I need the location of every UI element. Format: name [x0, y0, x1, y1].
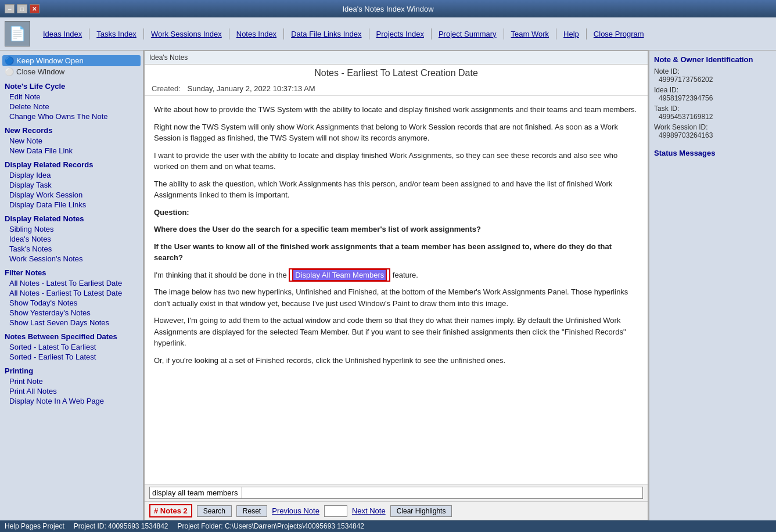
close-program-link[interactable]: Close Program: [587, 28, 651, 39]
notes-created-date: Created: Sunday, January 2, 2022 10:37:1…: [145, 82, 648, 96]
show-todays-notes-link[interactable]: Show Today's Notes: [2, 298, 141, 308]
next-note-label: Next Note: [352, 506, 386, 515]
edit-note-link[interactable]: Edit Note: [2, 92, 141, 102]
printing-title: Printing: [5, 366, 138, 375]
notes-section-title: Notes - Earliest To Latest Creation Date: [145, 64, 648, 82]
tasks-notes-link[interactable]: Task's Notes: [2, 244, 141, 254]
idea-id-field: Idea ID: 49581972394756: [654, 86, 771, 102]
notes-count-label: # Notes: [154, 506, 181, 515]
radio-indicator-open: 🔵: [5, 56, 14, 65]
notes-count-value: 2: [184, 506, 188, 515]
team-work-link[interactable]: Team Work: [504, 28, 557, 39]
sibling-notes-link[interactable]: Sibling Notes: [2, 224, 141, 234]
idea-id-label: Idea ID:: [654, 86, 678, 94]
filter-notes-title: Filter Notes: [5, 268, 138, 277]
work-session-notes-link[interactable]: Work Session's Notes: [2, 254, 141, 264]
note-nav-input[interactable]: [324, 505, 347, 517]
display-idea-link[interactable]: Display Idea: [2, 170, 141, 180]
ideas-notes-link[interactable]: Idea's Notes: [2, 234, 141, 244]
ideas-index-link[interactable]: Ideas Index: [36, 28, 89, 39]
sidebar: 🔵 Keep Window Open ⚪ Close Window Note's…: [0, 51, 144, 520]
print-all-notes-link[interactable]: Print All Notes: [2, 386, 141, 396]
menu-navigation: Ideas Index Tasks Index Work Sessions In…: [36, 28, 651, 39]
display-note-web-link[interactable]: Display Note In A Web Page: [2, 396, 141, 406]
para-2: Right now the TWS System will only show …: [154, 121, 638, 144]
main-window: 📄 Ideas Index Tasks Index Work Sessions …: [0, 17, 776, 532]
new-data-file-link[interactable]: New Data File Link: [2, 146, 141, 156]
restore-button[interactable]: □: [17, 4, 27, 13]
main-content: Idea's Notes Notes - Earliest To Latest …: [144, 51, 648, 520]
close-window-button[interactable]: ✕: [30, 4, 39, 13]
show-last-seven-days-link[interactable]: Show Last Seven Days Notes: [2, 318, 141, 328]
show-yesterdays-notes-link[interactable]: Show Yesterday's Notes: [2, 308, 141, 318]
idea-id-value: 49581972394756: [654, 94, 771, 102]
help-link[interactable]: Help: [556, 28, 587, 39]
new-note-link[interactable]: New Note: [2, 136, 141, 146]
clear-highlights-button[interactable]: Clear Highlights: [390, 505, 452, 517]
keep-open-label: Keep Window Open: [16, 56, 84, 65]
question-text-2: If the User wants to know all of the fin…: [154, 242, 612, 263]
reset-button[interactable]: Reset: [236, 505, 267, 517]
radio-indicator-close: ⚪: [5, 67, 14, 76]
notes-section-header: Idea's Notes: [145, 51, 648, 64]
identification-title: Note & Owner Identification: [654, 55, 771, 64]
all-notes-latest-link[interactable]: All Notes - Latest To Earliest Date: [2, 278, 141, 288]
projects-index-link[interactable]: Projects Index: [369, 28, 432, 39]
title-bar: – □ ✕ Idea's Notes Index Window: [0, 0, 776, 17]
display-data-file-links-link[interactable]: Display Data File Links: [2, 200, 141, 210]
question-header: Question:: [154, 207, 638, 218]
print-note-link[interactable]: Print Note: [2, 376, 141, 386]
menu-bar: 📄 Ideas Index Tasks Index Work Sessions …: [0, 17, 776, 51]
question-bold-2: If the User wants to know all of the fin…: [154, 241, 638, 264]
all-notes-earliest-link[interactable]: All Notes - Earliest To Latest Date: [2, 288, 141, 298]
notes-count-badge: # Notes 2: [149, 504, 192, 517]
highlight-post-text: feature.: [390, 271, 418, 279]
note-id-label: Note ID:: [654, 67, 680, 76]
search-input[interactable]: [149, 487, 242, 499]
content-area: 🔵 Keep Window Open ⚪ Close Window Note's…: [0, 51, 776, 520]
new-records-title: New Records: [5, 126, 138, 135]
highlight-pre-text: I'm thinking that it should be done in t…: [154, 271, 289, 279]
close-window-radio[interactable]: ⚪ Close Window: [2, 66, 141, 77]
question-bold-1: Where does the User do the search for a …: [154, 224, 638, 235]
notes-body[interactable]: Write about how to provide the TWS Syste…: [145, 99, 648, 484]
delete-note-link[interactable]: Delete Note: [2, 102, 141, 112]
notes-lifecycle-title: Note's Life Cycle: [5, 82, 138, 91]
para-or: Or, if you're looking at a set of Finish…: [154, 355, 638, 366]
highlight-box: Display All Team Members: [289, 268, 390, 282]
display-related-notes-title: Display Related Notes: [5, 214, 138, 223]
sorted-earliest-latest-link[interactable]: Sorted - Earliest To Latest: [2, 352, 141, 362]
para-image: The image below has two new hyperlinks, …: [154, 286, 638, 309]
window-mode-group: 🔵 Keep Window Open ⚪ Close Window: [2, 55, 141, 77]
previous-note-label: Previous Note: [272, 506, 319, 515]
search-bar: [145, 484, 648, 501]
notes-index-link[interactable]: Notes Index: [229, 28, 284, 39]
minimize-button[interactable]: –: [5, 4, 15, 13]
tasks-index-link[interactable]: Tasks Index: [89, 28, 144, 39]
search-controls: # Notes 2 Search Reset Previous Note Nex…: [145, 501, 648, 520]
status-project-name: Help Pages Project: [5, 522, 64, 530]
search-input-extended[interactable]: [242, 487, 643, 499]
change-owner-link[interactable]: Change Who Owns The Note: [2, 112, 141, 121]
para-4: The ability to ask the question, which W…: [154, 178, 638, 201]
data-file-links-index-link[interactable]: Data File Links Index: [284, 28, 369, 39]
display-work-session-link[interactable]: Display Work Session: [2, 190, 141, 200]
search-button[interactable]: Search: [197, 505, 232, 517]
sorted-latest-earliest-link[interactable]: Sorted - Latest To Earliest: [2, 342, 141, 352]
work-session-id-value: 49989703264163: [654, 131, 771, 139]
app-icon: 📄: [5, 21, 30, 46]
note-id-value: 49997173756202: [654, 76, 771, 84]
work-session-id-field: Work Session ID: 49989703264163: [654, 123, 771, 139]
highlight-text: Display All Team Members: [292, 269, 387, 281]
document-icon: 📄: [9, 26, 26, 42]
project-summary-link[interactable]: Project Summary: [432, 28, 504, 39]
highlight-paragraph: I'm thinking that it should be done in t…: [154, 269, 638, 281]
keep-window-open-radio[interactable]: 🔵 Keep Window Open: [2, 55, 141, 66]
work-session-id-label: Work Session ID:: [654, 123, 707, 131]
display-task-link[interactable]: Display Task: [2, 180, 141, 190]
para-add: However, I'm going to add them to the ac…: [154, 315, 638, 349]
right-panel: Note & Owner Identification Note ID: 499…: [648, 51, 776, 520]
work-sessions-index-link[interactable]: Work Sessions Index: [144, 28, 229, 39]
para-1: Write about how to provide the TWS Syste…: [154, 104, 638, 116]
status-project-folder: Project Folder: C:\Users\Darren\Projects…: [178, 522, 365, 530]
